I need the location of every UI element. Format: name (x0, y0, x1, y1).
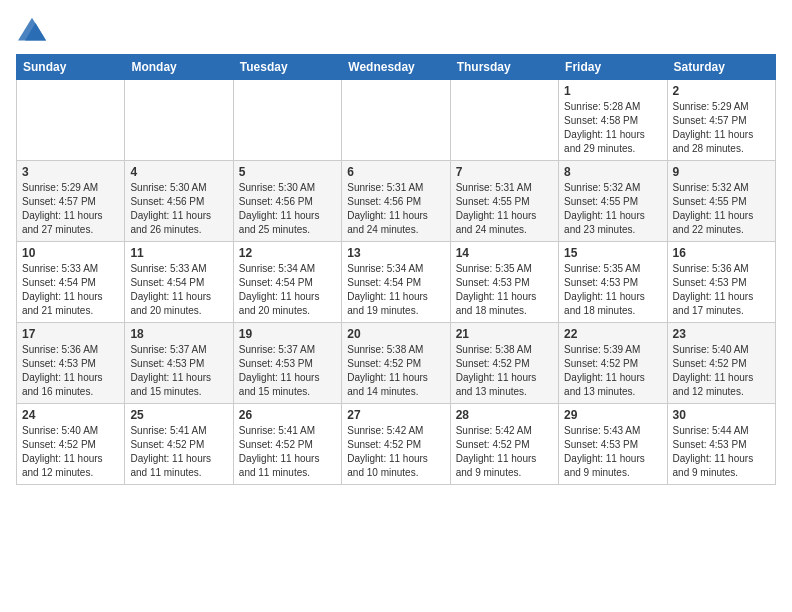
day-number: 11 (130, 246, 227, 260)
day-number: 24 (22, 408, 119, 422)
day-info: Sunrise: 5:42 AM Sunset: 4:52 PM Dayligh… (347, 424, 444, 480)
calendar-cell: 17Sunrise: 5:36 AM Sunset: 4:53 PM Dayli… (17, 323, 125, 404)
calendar-cell (342, 80, 450, 161)
day-number: 25 (130, 408, 227, 422)
calendar-cell: 30Sunrise: 5:44 AM Sunset: 4:53 PM Dayli… (667, 404, 775, 485)
weekday-header: Monday (125, 55, 233, 80)
logo-icon (16, 16, 48, 44)
day-info: Sunrise: 5:34 AM Sunset: 4:54 PM Dayligh… (239, 262, 336, 318)
day-info: Sunrise: 5:35 AM Sunset: 4:53 PM Dayligh… (564, 262, 661, 318)
weekday-header: Sunday (17, 55, 125, 80)
day-number: 7 (456, 165, 553, 179)
day-info: Sunrise: 5:35 AM Sunset: 4:53 PM Dayligh… (456, 262, 553, 318)
calendar-cell: 22Sunrise: 5:39 AM Sunset: 4:52 PM Dayli… (559, 323, 667, 404)
day-info: Sunrise: 5:40 AM Sunset: 4:52 PM Dayligh… (673, 343, 770, 399)
day-number: 4 (130, 165, 227, 179)
calendar-cell: 14Sunrise: 5:35 AM Sunset: 4:53 PM Dayli… (450, 242, 558, 323)
calendar-cell: 27Sunrise: 5:42 AM Sunset: 4:52 PM Dayli… (342, 404, 450, 485)
calendar-cell: 9Sunrise: 5:32 AM Sunset: 4:55 PM Daylig… (667, 161, 775, 242)
day-info: Sunrise: 5:39 AM Sunset: 4:52 PM Dayligh… (564, 343, 661, 399)
day-number: 26 (239, 408, 336, 422)
day-number: 16 (673, 246, 770, 260)
day-info: Sunrise: 5:31 AM Sunset: 4:56 PM Dayligh… (347, 181, 444, 237)
calendar-week-row: 24Sunrise: 5:40 AM Sunset: 4:52 PM Dayli… (17, 404, 776, 485)
day-number: 10 (22, 246, 119, 260)
calendar-cell: 2Sunrise: 5:29 AM Sunset: 4:57 PM Daylig… (667, 80, 775, 161)
day-number: 14 (456, 246, 553, 260)
calendar-cell (125, 80, 233, 161)
calendar-cell: 16Sunrise: 5:36 AM Sunset: 4:53 PM Dayli… (667, 242, 775, 323)
day-info: Sunrise: 5:34 AM Sunset: 4:54 PM Dayligh… (347, 262, 444, 318)
day-info: Sunrise: 5:36 AM Sunset: 4:53 PM Dayligh… (673, 262, 770, 318)
calendar-cell: 29Sunrise: 5:43 AM Sunset: 4:53 PM Dayli… (559, 404, 667, 485)
weekday-header: Saturday (667, 55, 775, 80)
calendar-cell: 6Sunrise: 5:31 AM Sunset: 4:56 PM Daylig… (342, 161, 450, 242)
calendar-cell (233, 80, 341, 161)
calendar-cell: 4Sunrise: 5:30 AM Sunset: 4:56 PM Daylig… (125, 161, 233, 242)
calendar-cell: 20Sunrise: 5:38 AM Sunset: 4:52 PM Dayli… (342, 323, 450, 404)
day-number: 20 (347, 327, 444, 341)
day-info: Sunrise: 5:37 AM Sunset: 4:53 PM Dayligh… (239, 343, 336, 399)
day-info: Sunrise: 5:41 AM Sunset: 4:52 PM Dayligh… (239, 424, 336, 480)
day-info: Sunrise: 5:42 AM Sunset: 4:52 PM Dayligh… (456, 424, 553, 480)
day-info: Sunrise: 5:29 AM Sunset: 4:57 PM Dayligh… (22, 181, 119, 237)
day-number: 22 (564, 327, 661, 341)
page-header (16, 16, 776, 44)
day-info: Sunrise: 5:30 AM Sunset: 4:56 PM Dayligh… (239, 181, 336, 237)
day-number: 3 (22, 165, 119, 179)
calendar-cell (17, 80, 125, 161)
day-number: 12 (239, 246, 336, 260)
calendar-cell: 13Sunrise: 5:34 AM Sunset: 4:54 PM Dayli… (342, 242, 450, 323)
calendar-week-row: 17Sunrise: 5:36 AM Sunset: 4:53 PM Dayli… (17, 323, 776, 404)
day-number: 6 (347, 165, 444, 179)
day-number: 27 (347, 408, 444, 422)
day-info: Sunrise: 5:32 AM Sunset: 4:55 PM Dayligh… (673, 181, 770, 237)
calendar-body: 1Sunrise: 5:28 AM Sunset: 4:58 PM Daylig… (17, 80, 776, 485)
day-info: Sunrise: 5:36 AM Sunset: 4:53 PM Dayligh… (22, 343, 119, 399)
calendar-cell: 1Sunrise: 5:28 AM Sunset: 4:58 PM Daylig… (559, 80, 667, 161)
weekday-header: Thursday (450, 55, 558, 80)
day-number: 18 (130, 327, 227, 341)
day-info: Sunrise: 5:33 AM Sunset: 4:54 PM Dayligh… (22, 262, 119, 318)
day-info: Sunrise: 5:43 AM Sunset: 4:53 PM Dayligh… (564, 424, 661, 480)
day-info: Sunrise: 5:31 AM Sunset: 4:55 PM Dayligh… (456, 181, 553, 237)
calendar-cell: 21Sunrise: 5:38 AM Sunset: 4:52 PM Dayli… (450, 323, 558, 404)
calendar-cell: 10Sunrise: 5:33 AM Sunset: 4:54 PM Dayli… (17, 242, 125, 323)
calendar-cell: 8Sunrise: 5:32 AM Sunset: 4:55 PM Daylig… (559, 161, 667, 242)
day-number: 9 (673, 165, 770, 179)
day-info: Sunrise: 5:38 AM Sunset: 4:52 PM Dayligh… (347, 343, 444, 399)
calendar-cell: 5Sunrise: 5:30 AM Sunset: 4:56 PM Daylig… (233, 161, 341, 242)
calendar-cell: 23Sunrise: 5:40 AM Sunset: 4:52 PM Dayli… (667, 323, 775, 404)
day-number: 19 (239, 327, 336, 341)
calendar-cell: 3Sunrise: 5:29 AM Sunset: 4:57 PM Daylig… (17, 161, 125, 242)
calendar-cell: 7Sunrise: 5:31 AM Sunset: 4:55 PM Daylig… (450, 161, 558, 242)
day-number: 17 (22, 327, 119, 341)
day-info: Sunrise: 5:44 AM Sunset: 4:53 PM Dayligh… (673, 424, 770, 480)
logo (16, 16, 52, 44)
day-number: 5 (239, 165, 336, 179)
calendar-cell: 11Sunrise: 5:33 AM Sunset: 4:54 PM Dayli… (125, 242, 233, 323)
day-number: 15 (564, 246, 661, 260)
calendar-cell: 28Sunrise: 5:42 AM Sunset: 4:52 PM Dayli… (450, 404, 558, 485)
calendar-cell: 25Sunrise: 5:41 AM Sunset: 4:52 PM Dayli… (125, 404, 233, 485)
calendar-cell: 15Sunrise: 5:35 AM Sunset: 4:53 PM Dayli… (559, 242, 667, 323)
calendar-table: SundayMondayTuesdayWednesdayThursdayFrid… (16, 54, 776, 485)
calendar-cell: 26Sunrise: 5:41 AM Sunset: 4:52 PM Dayli… (233, 404, 341, 485)
calendar-cell: 19Sunrise: 5:37 AM Sunset: 4:53 PM Dayli… (233, 323, 341, 404)
day-info: Sunrise: 5:28 AM Sunset: 4:58 PM Dayligh… (564, 100, 661, 156)
day-number: 2 (673, 84, 770, 98)
day-number: 13 (347, 246, 444, 260)
day-number: 1 (564, 84, 661, 98)
calendar-week-row: 10Sunrise: 5:33 AM Sunset: 4:54 PM Dayli… (17, 242, 776, 323)
calendar-cell: 12Sunrise: 5:34 AM Sunset: 4:54 PM Dayli… (233, 242, 341, 323)
day-number: 23 (673, 327, 770, 341)
day-number: 29 (564, 408, 661, 422)
calendar-cell (450, 80, 558, 161)
day-info: Sunrise: 5:40 AM Sunset: 4:52 PM Dayligh… (22, 424, 119, 480)
calendar-week-row: 1Sunrise: 5:28 AM Sunset: 4:58 PM Daylig… (17, 80, 776, 161)
calendar-cell: 18Sunrise: 5:37 AM Sunset: 4:53 PM Dayli… (125, 323, 233, 404)
weekday-header: Friday (559, 55, 667, 80)
weekday-header: Tuesday (233, 55, 341, 80)
calendar-header-row: SundayMondayTuesdayWednesdayThursdayFrid… (17, 55, 776, 80)
day-number: 28 (456, 408, 553, 422)
